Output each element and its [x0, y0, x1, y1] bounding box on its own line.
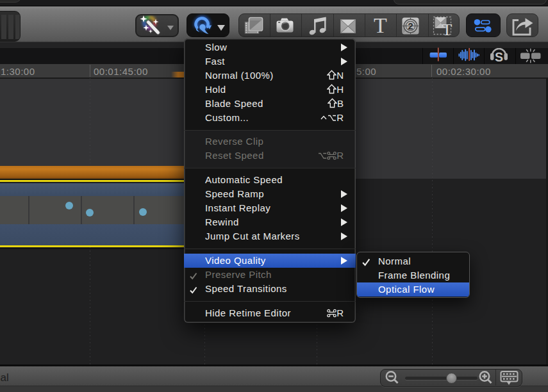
- svg-text:S: S: [495, 50, 503, 64]
- svg-text:T: T: [442, 20, 453, 37]
- svg-text:2: 2: [408, 20, 413, 31]
